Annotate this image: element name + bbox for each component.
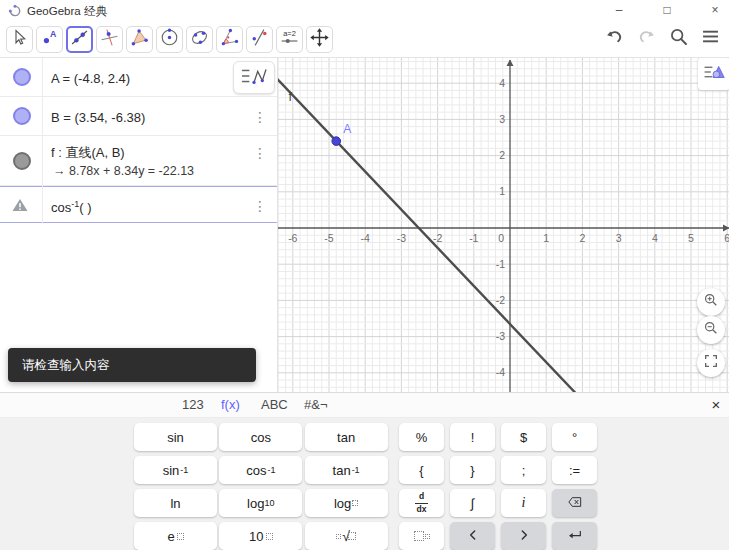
perpendicular-line-icon <box>99 27 120 52</box>
factorial-key[interactable]: ! <box>450 423 495 451</box>
e-power-key[interactable]: e <box>134 522 217 550</box>
fullscreen-button[interactable] <box>697 349 725 377</box>
enter-key[interactable] <box>552 522 597 550</box>
angle-tool[interactable] <box>216 26 243 53</box>
algebra-row-text: f : 直线(A, B) <box>51 146 125 159</box>
undo-button[interactable] <box>603 27 626 50</box>
perpendicular-line-tool[interactable] <box>96 26 123 53</box>
minimize-button[interactable]: – <box>604 0 634 22</box>
algebra-column-divider <box>42 58 43 223</box>
window-title: GeoGebra 经典 <box>27 0 107 22</box>
tab-abc[interactable]: ABC <box>261 397 288 412</box>
log-base-key[interactable]: log <box>305 489 388 517</box>
arrow-right-key[interactable] <box>501 522 546 550</box>
ln-key[interactable]: ln <box>134 489 217 517</box>
algebra-stylebar-button[interactable] <box>233 61 275 94</box>
brace-close-key[interactable]: } <box>450 456 495 484</box>
integral-key[interactable]: ∫ <box>450 489 495 517</box>
point-tool[interactable]: A <box>36 26 63 53</box>
zoom-out-button[interactable] <box>697 316 725 344</box>
close-button[interactable]: × <box>700 0 729 22</box>
semicolon-key[interactable]: ; <box>501 456 546 484</box>
keyboard-close-button[interactable]: × <box>706 395 726 415</box>
conic-tool-icon <box>189 27 210 52</box>
y-tick-label: 2 <box>499 149 505 161</box>
derivative-key[interactable]: ddx <box>399 489 444 517</box>
point-tool-icon: A <box>39 27 60 52</box>
x-tick-label: 5 <box>688 232 694 244</box>
y-tick-label: -3 <box>496 330 505 342</box>
y-tick-label: 4 <box>499 77 505 89</box>
arctan-key[interactable]: tan-1 <box>305 456 388 484</box>
slider-tool[interactable]: a=2 <box>276 26 303 53</box>
visibility-marble[interactable] <box>13 107 31 125</box>
arcsin-key[interactable]: sin-1 <box>134 456 217 484</box>
y-axis-arrow-icon <box>507 60 514 67</box>
imaginary-unit-key[interactable]: i <box>501 489 546 517</box>
y-tick-label: -2 <box>496 294 505 306</box>
x-tick-label: 1 <box>543 232 549 244</box>
arccos-key[interactable]: cos-1 <box>219 456 302 484</box>
visibility-marble[interactable] <box>13 152 31 170</box>
row-menu-button[interactable]: ⋮ <box>253 146 267 160</box>
dollar-key[interactable]: $ <box>501 423 546 451</box>
subscript-key[interactable] <box>399 522 444 550</box>
graphics-style-icon <box>701 61 727 87</box>
nth-root-key[interactable]: √ <box>305 522 388 550</box>
sin-key[interactable]: sin <box>134 423 217 451</box>
assign-key[interactable]: := <box>552 456 597 484</box>
move-tool-icon <box>9 27 30 52</box>
chevron-left-icon <box>465 527 481 546</box>
zoom-in-button[interactable] <box>697 288 725 316</box>
algebra-view: A = (-4.8, 2.4)B = (3.54, -6.38)⋮f : 直线(… <box>0 58 277 392</box>
search-button[interactable] <box>667 27 690 50</box>
degree-key[interactable]: ° <box>552 423 597 451</box>
tab-symbols[interactable]: #&¬ <box>304 397 328 412</box>
zoom-out-icon <box>703 320 719 340</box>
x-axis-arrow-icon <box>723 225 729 232</box>
ten-power-key[interactable]: 10 <box>219 522 302 550</box>
polygon-tool[interactable] <box>126 26 153 53</box>
maximize-button[interactable]: □ <box>652 0 682 22</box>
x-tick-label: 2 <box>579 232 585 244</box>
zoom-in-icon <box>703 292 719 312</box>
redo-button[interactable] <box>635 27 658 50</box>
svg-text:A: A <box>50 29 57 39</box>
conic-tool[interactable] <box>186 26 213 53</box>
point-A-label: A <box>343 122 351 136</box>
point-A[interactable] <box>332 137 341 146</box>
y-tick-label: -1 <box>496 258 505 270</box>
tab-123[interactable]: 123 <box>182 397 204 412</box>
visibility-marble[interactable] <box>13 68 31 86</box>
undo-icon <box>604 26 625 51</box>
menu-button[interactable] <box>699 27 722 50</box>
x-tick-label: -6 <box>288 232 297 244</box>
backspace-key[interactable] <box>552 489 597 517</box>
brace-open-key[interactable]: { <box>399 456 444 484</box>
toolbar: Aa=2 <box>0 22 729 58</box>
tan-key[interactable]: tan <box>305 423 388 451</box>
reflection-tool[interactable] <box>246 26 273 53</box>
circle-tool[interactable] <box>156 26 183 53</box>
move-tool[interactable] <box>6 26 33 53</box>
line-tool[interactable] <box>66 26 93 53</box>
algebra-row-text: A = (-4.8, 2.4) <box>51 72 130 85</box>
arrow-left-key[interactable] <box>450 522 495 550</box>
slider-tool-icon: a=2 <box>279 27 300 52</box>
cos-key[interactable]: cos <box>219 423 302 451</box>
tab-fx[interactable]: f(x) <box>221 397 240 412</box>
row-menu-button[interactable]: ⋮ <box>253 110 267 124</box>
row-menu-button[interactable]: ⋮ <box>253 199 267 213</box>
graphics-stylebar-button[interactable] <box>698 58 729 90</box>
input-error-tooltip: 请检查输入内容 <box>8 348 256 382</box>
algebra-row-equation: → 8.78x + 8.34y = -22.13 <box>53 164 194 178</box>
percent-key[interactable]: % <box>399 423 444 451</box>
menu-icon <box>700 26 721 51</box>
move-graphics-tool[interactable] <box>306 26 333 53</box>
log10-key[interactable]: log10 <box>219 489 302 517</box>
y-tick-label: 3 <box>499 113 505 125</box>
graphics-view[interactable]: fAB-6-5-4-3-2-11234564321-1-2-3-40 <box>277 58 729 392</box>
svg-text:a=2: a=2 <box>283 29 296 38</box>
enter-icon <box>567 527 583 546</box>
line-f-label: f <box>288 90 292 104</box>
